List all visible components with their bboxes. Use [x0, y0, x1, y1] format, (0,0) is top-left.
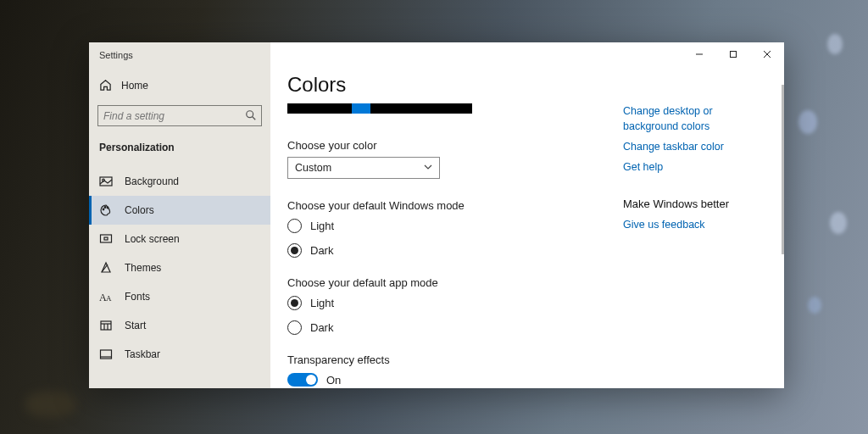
- page-title: Colors: [287, 73, 598, 97]
- search-box[interactable]: [97, 105, 262, 126]
- svg-rect-18: [731, 52, 737, 58]
- svg-rect-7: [101, 235, 112, 242]
- link-give-feedback[interactable]: Give us feedback: [623, 217, 767, 232]
- fonts-icon: AA: [99, 290, 113, 303]
- image-icon: [99, 175, 113, 188]
- nav-item-label: Colors: [125, 204, 154, 216]
- section-title: Personalization: [89, 142, 270, 167]
- svg-point-5: [104, 207, 106, 209]
- nav-item-label: Themes: [125, 262, 161, 274]
- search-input[interactable]: [97, 105, 262, 126]
- nav-item-fonts[interactable]: AA Fonts: [89, 282, 270, 311]
- scrollbar[interactable]: [782, 85, 784, 254]
- radio-label: Light: [310, 220, 334, 232]
- palette-icon: [99, 203, 113, 217]
- radio-app-light[interactable]: Light: [287, 296, 598, 310]
- search-icon: [245, 109, 257, 121]
- radio-label: Light: [310, 297, 334, 309]
- home-label: Home: [121, 80, 148, 92]
- nav-item-themes[interactable]: Themes: [89, 253, 270, 282]
- nav-item-label: Taskbar: [125, 348, 160, 360]
- nav-item-label: Start: [125, 320, 146, 331]
- main-column: Colors Choose your color Custom Choose y…: [270, 42, 618, 388]
- choose-color-label: Choose your color: [287, 139, 598, 152]
- nav-item-label: Background: [125, 175, 179, 187]
- app-title: Settings: [89, 42, 270, 74]
- radio-icon: [287, 243, 302, 258]
- sidebar: Settings Home Personalization: [89, 42, 270, 388]
- home-nav[interactable]: Home: [89, 74, 270, 97]
- side-rail: Change desktop or background colors Chan…: [618, 42, 784, 388]
- nav-item-label: Lock screen: [125, 233, 180, 245]
- nav-item-background[interactable]: Background: [89, 167, 270, 196]
- svg-point-4: [103, 209, 104, 210]
- windows-mode-group: Light Dark: [287, 219, 598, 258]
- nav-item-colors[interactable]: Colors: [89, 196, 270, 225]
- radio-icon: [287, 320, 302, 335]
- home-icon: [99, 79, 112, 92]
- svg-point-0: [247, 111, 253, 118]
- windows-mode-label: Choose your default Windows mode: [287, 199, 598, 212]
- svg-point-6: [107, 207, 108, 209]
- link-get-help[interactable]: Get help: [623, 159, 767, 175]
- nav-item-taskbar[interactable]: Taskbar: [89, 340, 270, 369]
- color-preview: [287, 103, 472, 114]
- maximize-button[interactable]: [716, 42, 750, 66]
- svg-rect-11: [101, 321, 111, 330]
- svg-line-1: [253, 117, 256, 120]
- link-change-taskbar-color[interactable]: Change taskbar color: [623, 139, 767, 154]
- radio-windows-dark[interactable]: Dark: [287, 243, 598, 258]
- content-area: Colors Choose your color Custom Choose y…: [270, 42, 784, 388]
- settings-window: Settings Home Personalization: [89, 42, 784, 388]
- svg-text:A: A: [106, 294, 112, 303]
- taskbar-icon: [99, 348, 113, 361]
- transparency-toggle-row: On: [287, 373, 598, 387]
- chevron-down-icon: [424, 162, 432, 174]
- nav-item-start[interactable]: Start: [89, 311, 270, 340]
- app-mode-group: Light Dark: [287, 296, 598, 335]
- titlebar-controls: [682, 42, 784, 66]
- radio-windows-light[interactable]: Light: [287, 219, 598, 233]
- nav-list: Background Colors Lock screen Themes: [89, 167, 270, 369]
- transparency-toggle[interactable]: [287, 373, 318, 387]
- transparency-label: Transparency effects: [287, 353, 598, 366]
- start-icon: [99, 319, 113, 332]
- radio-icon: [287, 296, 302, 310]
- lockscreen-icon: [99, 232, 113, 246]
- radio-label: Dark: [310, 244, 333, 257]
- nav-item-lockscreen[interactable]: Lock screen: [89, 225, 270, 253]
- radio-label: Dark: [310, 321, 333, 334]
- dropdown-value: Custom: [295, 162, 331, 174]
- themes-icon: [99, 261, 113, 275]
- link-change-desktop-colors[interactable]: Change desktop or background colors: [623, 103, 767, 134]
- nav-item-label: Fonts: [125, 291, 150, 303]
- radio-icon: [287, 219, 302, 233]
- app-mode-label: Choose your default app mode: [287, 276, 598, 289]
- minimize-button[interactable]: [682, 42, 716, 66]
- svg-rect-8: [104, 237, 108, 240]
- toggle-state: On: [326, 374, 341, 387]
- radio-app-dark[interactable]: Dark: [287, 320, 598, 335]
- choose-color-dropdown[interactable]: Custom: [287, 157, 440, 179]
- close-button[interactable]: [750, 42, 784, 66]
- rail-heading: Make Windows better: [623, 198, 767, 210]
